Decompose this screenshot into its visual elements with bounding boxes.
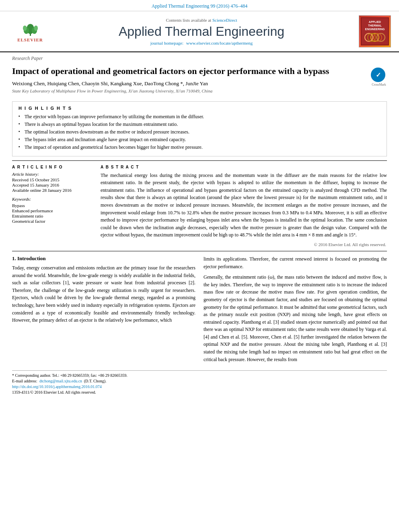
crossmark-badge: ✓ CrossMark [371,68,387,84]
highlight-item-2: There is always an optimal bypass locati… [19,121,380,127]
journal-title: Applied Thermal Engineering [56,24,347,39]
journal-cover-svg: APPLIED THERMAL ENGINEERING [361,17,389,45]
article-title: Impact of operational and geometrical fa… [12,66,363,77]
crossmark-label: CrossMark [371,83,387,86]
article-info-abstract-block: A R T I C L E I N F O Article history: R… [12,160,387,247]
keyword-1: Bypass [12,203,93,208]
journal-cover-image: APPLIED THERMAL ENGINEERING [359,15,391,47]
article-type-text: Research Paper [12,55,43,61]
journal-header: ELSEVIER Contents lists available at Sci… [0,11,399,52]
sciencedirect-link[interactable]: ScienceDirect [212,18,237,23]
article-history-block: Article history: Received 15 October 201… [12,172,93,193]
intro-text-2: limits its applications. Therefore, the … [204,256,387,269]
highlight-item-4: The bypass inlet area and inclination an… [19,137,380,143]
doi-line: http://dx.doi.org/10.1016/j.applthermale… [12,384,387,389]
elsevier-tree-icon [21,21,39,37]
abstract-col: A B S T R A C T The mechanical energy lo… [101,165,387,247]
article-title-block: Impact of operational and geometrical fa… [12,66,363,93]
highlights-label: H I G H L I G H T S [19,106,380,111]
body-right-col: limits its applications. Therefore, the … [204,255,387,366]
svg-text:THERMAL: THERMAL [368,24,382,27]
article-affiliation: State Key Laboratory of Multiphase Flow … [12,88,363,93]
accepted-date: Accepted 15 January 2016 [12,183,93,187]
svg-point-4 [23,25,27,31]
intro-text-3: Generally, the entrainment ratio (ω), th… [204,274,387,362]
elsevier-logo: ELSEVIER [12,19,48,43]
elsevier-logo-block: ELSEVIER [8,19,52,43]
email-after: (D.T. Chong). [84,379,107,383]
journal-cover-block: APPLIED THERMAL ENGINEERING [351,15,391,47]
email-address[interactable]: dtchong@mail.xjtu.edu.cn [39,379,82,383]
highlights-section: H I G H L I G H T S The ejector with byp… [12,101,387,156]
intro-heading: 1. Introduction [12,255,195,262]
journal-volume-link[interactable]: Applied Thermal Engineering 99 (2016) 47… [152,3,248,9]
intro-para-1: Today, energy conservation and emissions… [12,264,195,324]
article-header-block: Impact of operational and geometrical fa… [0,63,399,97]
svg-text:ENGINEERING: ENGINEERING [365,28,385,31]
keyword-2: Enhanced performance [12,208,93,213]
journal-link-bar: Applied Thermal Engineering 99 (2016) 47… [0,0,399,11]
highlight-item-1: The ejector with bypass can improve perf… [19,114,380,120]
abstract-text: The mechanical energy loss during the mi… [101,172,387,239]
corresponding-author: * Corresponding author. Tel.: +86 29 826… [12,373,387,378]
highlight-item-3: The optimal location moves downstream as… [19,129,380,135]
article-history-label: Article history: [12,172,93,177]
svg-text:APPLIED: APPLIED [369,21,381,23]
homepage-line: journal homepage: www.elsevier.com/locat… [56,41,347,45]
intro-text-1: Today, energy conservation and emissions… [12,265,195,323]
abstract-label: A B S T R A C T [101,165,387,169]
body-left-col: 1. Introduction Today, energy conservati… [12,255,195,366]
intro-para-2: limits its applications. Therefore, the … [204,255,387,270]
issn-line: 1359-4311/© 2016 Elsevier Ltd. All right… [12,390,387,394]
email-label: E-mail address: [12,379,37,383]
copyright-line: © 2016 Elsevier Ltd. All rights reserved… [101,242,387,247]
authors-text: Weixiong Chen, Huiqiang Chen, Chaoyin Sh… [12,80,208,86]
intro-para-3: Generally, the entrainment ratio (ω), th… [204,273,387,363]
homepage-url[interactable]: www.elsevier.com/locate/apthermeng [186,41,253,45]
body-content: 1. Introduction Today, energy conservati… [12,255,387,366]
article-info-col: A R T I C L E I N F O Article history: R… [12,165,93,247]
article-info-label: A R T I C L E I N F O [12,165,93,169]
doi-link[interactable]: http://dx.doi.org/10.1016/j.applthermale… [12,384,102,389]
article-authors: Weixiong Chen, Huiqiang Chen, Chaoyin Sh… [12,80,363,87]
keyword-4: Geometrical factor [12,219,93,224]
crossmark-icon: ✓ [371,68,385,82]
received-date: Received 15 October 2015 [12,177,93,182]
keywords-label: Keywords: [12,197,93,201]
svg-point-5 [34,25,38,31]
journal-title-block: Contents lists available at ScienceDirec… [52,18,351,45]
elsevier-wordmark: ELSEVIER [17,37,43,42]
footnotes-block: * Corresponding author. Tel.: +86 29 826… [12,370,387,394]
homepage-label: journal homepage: [150,41,183,45]
email-line: E-mail address: dtchong@mail.xjtu.edu.cn… [12,379,387,383]
keywords-section: Keywords: Bypass Enhanced performance En… [12,197,93,224]
highlights-list: The ejector with bypass can improve perf… [19,114,380,150]
highlight-item-5: The impact of operation and geometrical … [19,144,380,150]
keyword-3: Entrainment ratio [12,214,93,218]
article-type-label: Research Paper [0,52,399,63]
contents-available-line: Contents lists available at ScienceDirec… [56,18,347,23]
available-date: Available online 28 January 2016 [12,188,93,193]
section-divider [12,251,387,251]
